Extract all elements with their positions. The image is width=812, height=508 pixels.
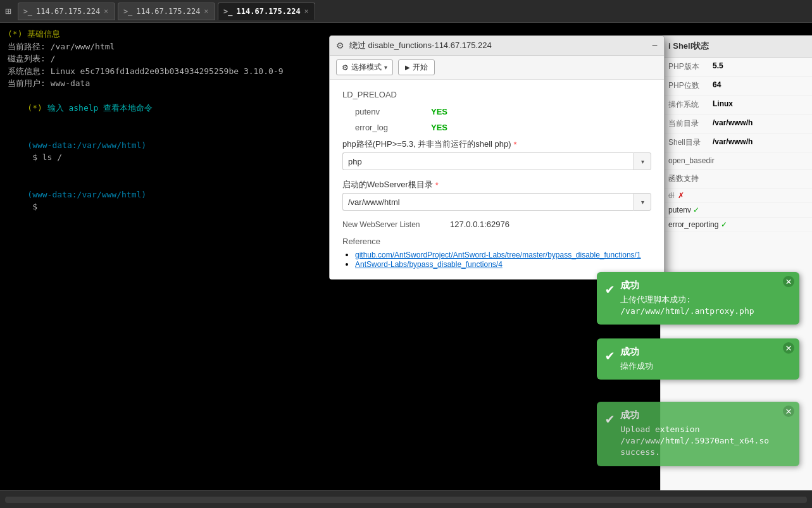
func-error-reporting-check: ✓ (721, 220, 727, 229)
webserver-root-group: 启动的WebServer根目录 * ▾ (342, 179, 651, 211)
toast-1: ✔ 成功 上传代理脚本成功:/var/www/html/.antproxy.ph… (597, 272, 799, 325)
func-error-reporting-name: error_reporting (668, 220, 718, 229)
toast-2-check-icon: ✔ (606, 347, 614, 363)
toast-3-title: 成功 (620, 409, 790, 421)
toast-3-content: 成功 Upload extension/var/www/html/.59370a… (620, 409, 790, 459)
modal-title-icon: ⚙ (336, 40, 344, 51)
php-path-input[interactable] (342, 152, 634, 170)
func-dl-x: ✗ (678, 191, 684, 200)
toast-3-check-icon: ✔ (606, 411, 614, 426)
cwd-key: 当前目录 (668, 118, 713, 129)
func-putenv-name: putenv (668, 206, 691, 214)
php-path-label: php路径(PHP>=5.3, 并非当前运行的shell php) * (342, 139, 651, 150)
start-button[interactable]: ▶ 开始 (398, 59, 435, 75)
new-webserver-listen-label: New WebServer Listen (342, 220, 444, 229)
toast-1-close[interactable]: ✕ (783, 276, 794, 287)
putenv-value: YES (431, 107, 447, 116)
toast-2-message: 操作成功 (620, 361, 790, 372)
tab-3-label: 114.67.175.224 (237, 7, 301, 16)
open-basedir-label: open_basedir (661, 152, 812, 170)
horizontal-scrollbar[interactable] (5, 497, 807, 503)
tab-1-label: 114.67.175.224 (36, 7, 100, 16)
mode-select-button[interactable]: ⚙ 选择模式 ▾ (336, 59, 393, 75)
os-row: 操作系统 Linux (661, 96, 812, 115)
reference-link-2-item: AntSword-Labs/bypass_disable_functions/4 (355, 259, 651, 269)
reference-link-2[interactable]: AntSword-Labs/bypass_disable_functions/4 (355, 260, 503, 269)
php-version-key: PHP版本 (668, 61, 713, 72)
tab-3-close[interactable]: ✕ (304, 7, 309, 15)
php-bits-val: 64 (713, 80, 721, 89)
play-icon: ▶ (405, 64, 410, 71)
toast-3-close[interactable]: ✕ (783, 406, 794, 417)
modal-toolbar: ⚙ 选择模式 ▾ ▶ 开始 (330, 56, 664, 80)
modal-minimize-button[interactable]: − (652, 40, 658, 51)
putenv-label: putenv (355, 107, 431, 116)
toast-1-check-icon: ✔ (606, 281, 614, 297)
os-key: 操作系统 (668, 99, 713, 110)
tab-2-label: 114.67.175.224 (136, 7, 200, 16)
toast-2: ✔ 成功 操作成功 ✕ (597, 338, 799, 380)
error-log-label: error_log (355, 123, 431, 132)
tab-2[interactable]: >_ 114.67.175.224 ✕ (118, 3, 215, 20)
tab-3[interactable]: >_ 114.67.175.224 ✕ (218, 3, 315, 20)
webserver-root-label: 启动的WebServer根目录 * (342, 179, 651, 190)
ld-preload-section-title: LD_PRELOAD (342, 90, 651, 99)
toast-3-message: Upload extension/var/www/html/.59370ant_… (620, 424, 790, 459)
toast-2-content: 成功 操作成功 (620, 346, 790, 372)
new-webserver-listen-value: 127.0.0.1:62976 (450, 220, 509, 229)
modal-dialog: ⚙ 绕过 disable_functions-114.67.175.224 − … (329, 35, 665, 280)
toast-1-message: 上传代理脚本成功:/var/www/html/.antproxy.php (620, 294, 790, 317)
toast-2-close[interactable]: ✕ (783, 342, 794, 354)
func-error-reporting: error_reporting ✓ (661, 218, 812, 232)
putenv-check-row: putenv YES (355, 107, 651, 116)
new-webserver-listen-row: New WebServer Listen 127.0.0.1:62976 (342, 220, 651, 229)
cwd-row: 当前目录 /var/www/h (661, 115, 812, 133)
webserver-root-input[interactable] (342, 193, 634, 211)
func-dl: dl ✗ (661, 189, 812, 203)
bottom-scrollbar (0, 490, 812, 508)
tab-3-prefix: >_ (223, 7, 232, 16)
toast-1-title: 成功 (620, 280, 790, 292)
shell-dir-val: /var/www/h (713, 137, 753, 146)
func-putenv: putenv ✓ (661, 203, 812, 218)
webserver-root-row: ▾ (342, 193, 651, 211)
topbar: ⊞ >_ 114.67.175.224 ✕ >_ 114.67.175.224 … (0, 0, 812, 23)
func-section-title: 函数支持 (661, 170, 812, 189)
tab-2-prefix: >_ (123, 7, 132, 16)
tab-1-prefix: >_ (23, 7, 32, 16)
shell-dir-key: Shell目录 (668, 137, 713, 148)
php-version-row: PHP版本 5.5 (661, 58, 812, 77)
tab-2-close[interactable]: ✕ (204, 7, 208, 15)
func-putenv-check: ✓ (693, 206, 699, 214)
error-log-value: YES (431, 123, 447, 132)
modal-title-text: 绕过 disable_functions-114.67.175.224 (349, 40, 647, 51)
modal-titlebar: ⚙ 绕过 disable_functions-114.67.175.224 − (330, 36, 664, 56)
os-val: Linux (713, 99, 733, 108)
right-panel-title: i Shell状态 (661, 35, 812, 58)
grid-icon[interactable]: ⊞ (5, 5, 11, 17)
tab-1-close[interactable]: ✕ (104, 7, 108, 15)
php-bits-row: PHP位数 64 (661, 77, 812, 96)
reference-section: Reference github.com/AntSwordProject/Ant… (342, 237, 651, 269)
modal-body: LD_PRELOAD putenv YES error_log YES php路… (330, 80, 664, 279)
php-path-dropdown[interactable]: ▾ (634, 152, 651, 170)
cwd-val: /var/www/h (713, 118, 753, 127)
php-path-group: php路径(PHP>=5.3, 并非当前运行的shell php) * ▾ (342, 139, 651, 170)
webserver-root-dropdown[interactable]: ▾ (634, 193, 651, 211)
tab-1[interactable]: >_ 114.67.175.224 ✕ (18, 3, 115, 20)
reference-link-1-item: github.com/AntSwordProject/AntSword-Labs… (355, 250, 651, 259)
php-version-val: 5.5 (713, 61, 723, 70)
toast-3: ✔ 成功 Upload extension/var/www/html/.5937… (597, 402, 799, 466)
gear-icon: ⚙ (342, 63, 349, 72)
func-dl-name: dl (668, 191, 674, 200)
php-path-row: ▾ (342, 152, 651, 170)
webserver-root-required: * (435, 180, 439, 190)
mode-btn-label: 选择模式 (351, 62, 382, 73)
reference-title: Reference (342, 237, 651, 246)
php-path-required: * (514, 140, 517, 149)
start-btn-label: 开始 (413, 62, 428, 73)
error-log-check-row: error_log YES (355, 123, 651, 132)
reference-link-1[interactable]: github.com/AntSwordProject/AntSword-Labs… (355, 251, 641, 259)
chevron-down-icon: ▾ (384, 64, 387, 71)
toast-1-content: 成功 上传代理脚本成功:/var/www/html/.antproxy.php (620, 280, 790, 317)
